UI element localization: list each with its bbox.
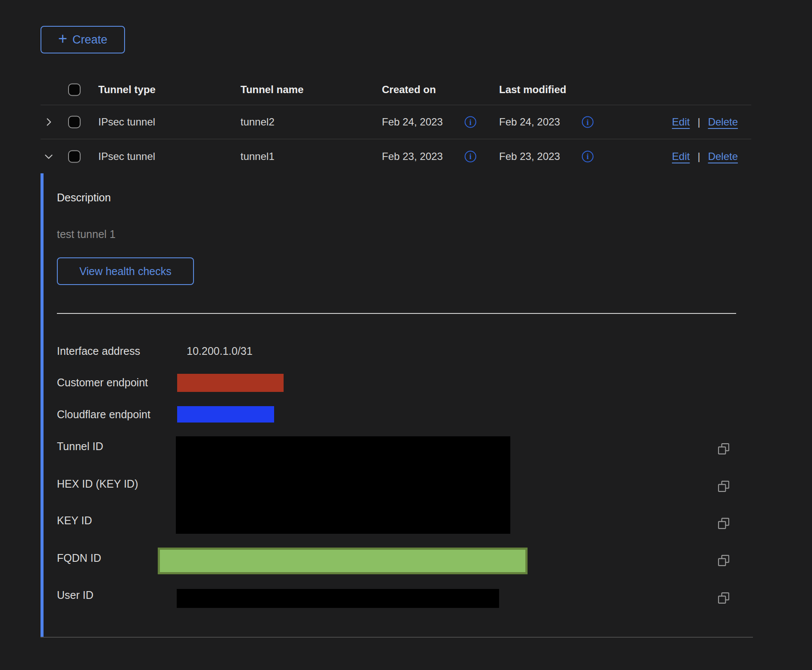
cloudflare-endpoint-label: Cloudflare endpoint xyxy=(57,408,150,421)
copy-icon xyxy=(717,592,730,604)
create-button-label: Create xyxy=(72,33,107,47)
info-icon[interactable]: i xyxy=(582,116,593,128)
actions-separator: | xyxy=(697,150,700,163)
info-icon[interactable]: i xyxy=(582,150,593,162)
expand-row-button[interactable] xyxy=(41,115,56,129)
table-header: Tunnel type Tunnel name Created on Last … xyxy=(41,74,751,105)
info-icon[interactable]: i xyxy=(465,150,476,162)
view-health-checks-button[interactable]: View health checks xyxy=(57,257,194,285)
created-on-cell: Feb 23, 2023 xyxy=(382,150,443,163)
expanded-row-indicator xyxy=(41,173,44,637)
interface-address-value: 10.200.1.0/31 xyxy=(187,345,253,357)
row-actions: Edit | Delete xyxy=(672,150,738,163)
collapse-row-button[interactable] xyxy=(41,149,56,164)
copy-icon xyxy=(717,442,730,455)
select-all-checkbox[interactable] xyxy=(68,83,81,96)
section-divider xyxy=(57,313,736,314)
user-id-redacted-value xyxy=(177,589,499,608)
key-id-label: KEY ID xyxy=(57,514,92,527)
fqdn-id-redacted-value xyxy=(158,548,528,574)
row-checkbox[interactable] xyxy=(68,116,81,128)
info-icon[interactable]: i xyxy=(465,116,476,128)
column-header-tunnel-name: Tunnel name xyxy=(240,84,303,96)
hex-id-label: HEX ID (KEY ID) xyxy=(57,478,138,490)
create-button[interactable]: + Create xyxy=(41,26,125,53)
delete-link[interactable]: Delete xyxy=(708,116,738,128)
copy-icon xyxy=(717,554,730,567)
copy-tunnel-id-button[interactable] xyxy=(716,441,731,456)
actions-separator: | xyxy=(697,116,700,128)
interface-address-label: Interface address xyxy=(57,345,140,357)
tunnel-id-label: Tunnel ID xyxy=(57,440,103,453)
tunnel-type-cell: IPsec tunnel xyxy=(98,150,155,163)
fqdn-id-label: FQDN ID xyxy=(57,552,101,564)
cloudflare-endpoint-redacted-value xyxy=(177,406,274,423)
chevron-right-icon xyxy=(43,116,54,128)
row-actions: Edit | Delete xyxy=(672,116,738,128)
edit-link[interactable]: Edit xyxy=(672,150,690,163)
chevron-down-icon xyxy=(43,151,54,162)
plus-icon: + xyxy=(58,31,67,47)
edit-link[interactable]: Edit xyxy=(672,116,690,128)
copy-key-id-button[interactable] xyxy=(716,516,731,531)
customer-endpoint-label: Customer endpoint xyxy=(57,376,148,389)
last-modified-cell: Feb 24, 2023 xyxy=(499,116,560,128)
copy-user-id-button[interactable] xyxy=(716,591,731,605)
expanded-panel-bottom-border xyxy=(41,637,753,638)
tunnels-page: + Create Tunnel type Tunnel name Created… xyxy=(0,0,812,670)
column-header-created-on: Created on xyxy=(382,84,436,96)
column-header-tunnel-type: Tunnel type xyxy=(98,84,156,96)
last-modified-cell: Feb 23, 2023 xyxy=(499,150,560,163)
tunnel-name-cell: tunnel2 xyxy=(240,116,275,128)
table-row: IPsec tunnel tunnel2 Feb 24, 2023 i Feb … xyxy=(41,105,751,139)
tunnel-hex-key-id-redacted-values xyxy=(176,436,510,534)
copy-fqdn-id-button[interactable] xyxy=(716,553,731,568)
description-value: test tunnel 1 xyxy=(57,228,116,241)
tunnel-name-cell: tunnel1 xyxy=(240,150,275,163)
tunnel-type-cell: IPsec tunnel xyxy=(98,116,155,128)
description-label: Description xyxy=(57,191,111,204)
table-row: IPsec tunnel tunnel1 Feb 23, 2023 i Feb … xyxy=(41,139,751,173)
customer-endpoint-redacted-value xyxy=(177,374,284,392)
created-on-cell: Feb 24, 2023 xyxy=(382,116,443,128)
user-id-label: User ID xyxy=(57,589,94,601)
copy-icon xyxy=(717,517,730,530)
copy-icon xyxy=(717,480,730,493)
row-checkbox[interactable] xyxy=(68,150,81,163)
delete-link[interactable]: Delete xyxy=(708,150,738,163)
copy-hex-id-button[interactable] xyxy=(716,479,731,494)
column-header-last-modified: Last modified xyxy=(499,84,566,96)
